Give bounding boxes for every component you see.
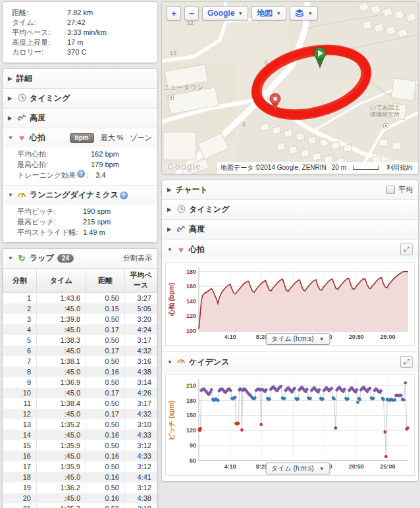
google-maps-button[interactable]: Google▼ xyxy=(202,6,248,20)
section-timing[interactable]: ▶ タイミング xyxy=(3,88,157,108)
lap-cell: 0.17 xyxy=(86,324,125,335)
section-cadence[interactable]: ▼ ケイデンス ⤢ xyxy=(162,351,418,372)
lap-cell: 1:39.8 xyxy=(37,314,86,324)
info-icon[interactable]: ? xyxy=(120,191,128,199)
cadence-point xyxy=(321,397,325,401)
section-elevation[interactable]: ▶ 高度 xyxy=(3,108,157,128)
section-title: タイミング xyxy=(30,93,70,104)
layers-icon xyxy=(295,9,304,17)
column-header-distance[interactable]: 距離 xyxy=(86,268,125,293)
lap-row[interactable]: 31:39.80.503:20 xyxy=(3,314,157,324)
lap-row[interactable]: 10:45.00.174:26 xyxy=(3,388,157,398)
lap-row[interactable]: 4:45.00.174:24 xyxy=(3,324,157,335)
cadence-point xyxy=(400,394,403,397)
lap-row[interactable]: 8:45.00.164:38 xyxy=(3,367,157,377)
lap-row[interactable]: 16:45.00.164:33 xyxy=(3,451,157,461)
clock-icon xyxy=(176,205,186,215)
google-button-label: Google xyxy=(207,9,234,18)
section-running-dynamics[interactable]: ▼ ランニングダイナミクス ? xyxy=(3,185,157,205)
map-canvas[interactable]: 12 13 6 5 ニュータウン いであ国土 環境研究所 xyxy=(162,2,418,174)
section-laps[interactable]: ▼ ↻ ラップ 24 分割表示 xyxy=(3,249,157,268)
lap-cell: :45.0 xyxy=(37,367,86,377)
lap-cell: 0.50 xyxy=(86,398,125,409)
x-axis-dropdown[interactable]: タイム (h:m:s) ▼ xyxy=(265,463,330,474)
lap-row[interactable]: 18:45.00.164:41 xyxy=(3,472,157,482)
field-label: トレーニング効果 xyxy=(17,170,76,180)
lap-cell: 3:10 xyxy=(125,503,157,508)
cadence-point xyxy=(384,455,388,459)
avg-cadence-row: 平均ピッチ:190 spm xyxy=(17,206,152,216)
column-header-pace[interactable]: 平均ペース xyxy=(125,268,157,293)
expand-icon[interactable]: ⤢ xyxy=(400,243,413,255)
lap-row[interactable]: 11:43.60.503:27 xyxy=(3,293,157,304)
lap-row[interactable]: 2:45.00.155:05 xyxy=(3,303,157,314)
lap-cell: 13 xyxy=(3,419,37,430)
cadence-point xyxy=(379,390,382,393)
section-title: ケイデンス xyxy=(189,357,229,368)
split-view-link[interactable]: 分割表示 xyxy=(123,253,152,263)
section-chart[interactable]: ▶ チャート 平均 xyxy=(162,180,418,199)
map-type-button[interactable]: 地図▼ xyxy=(251,6,286,20)
section-details[interactable]: ▶ 詳細 xyxy=(3,69,157,88)
summary-label: カロリー: xyxy=(12,47,67,57)
x-axis-label: タイム (h:m:s) xyxy=(271,334,314,343)
lap-cell: 3:12 xyxy=(125,461,157,472)
section-heart-rate[interactable]: ▼ ♥ 心拍 bpm 最大 % ゾーン xyxy=(3,128,157,147)
attribution-text: 地図データ ©2014 Google, ZENRIN xyxy=(221,163,327,172)
svg-text:150: 150 xyxy=(186,412,196,419)
lap-count-badge: 24 xyxy=(57,254,74,263)
lap-row[interactable]: 51:38.30.503:17 xyxy=(3,335,157,345)
column-header-time[interactable]: タイム xyxy=(37,268,86,293)
zoom-out-button[interactable]: − xyxy=(184,6,199,20)
zoom-in-button[interactable]: + xyxy=(167,6,181,20)
lap-cell: 1:35.2 xyxy=(37,419,86,430)
section-elevation-right[interactable]: ▶ 高度 xyxy=(162,219,418,239)
lap-cell: 0.50 xyxy=(86,440,125,451)
lap-row[interactable]: 211:35.20.503:10 xyxy=(3,503,157,508)
gauge-icon xyxy=(176,357,186,367)
lap-row[interactable]: 12:45.00.174:32 xyxy=(3,409,157,419)
bpm-button[interactable]: bpm xyxy=(70,133,94,143)
x-axis-dropdown[interactable]: タイム (h:m:s) ▼ xyxy=(265,333,330,345)
section-heart-rate-chart[interactable]: ▼ ♥ 心拍 ⤢ xyxy=(162,239,418,259)
layers-button[interactable]: ▼ xyxy=(290,6,318,20)
lap-row[interactable]: 151:35.90.503:12 xyxy=(3,440,157,451)
summary-value: 370 C xyxy=(67,47,86,57)
lap-row[interactable]: 6:45.00.174:32 xyxy=(3,345,157,356)
lap-cell: 0.16 xyxy=(86,367,125,377)
field-value: 162 bpm xyxy=(91,149,119,159)
expand-icon[interactable]: ⤢ xyxy=(400,356,413,368)
summary-distance: 距離:7.82 km xyxy=(12,8,151,18)
summary-value: 7.82 km xyxy=(67,8,93,18)
lap-row[interactable]: 20:45.00.164:38 xyxy=(3,493,157,503)
lap-cell: 0.16 xyxy=(86,430,125,440)
svg-text:20:50: 20:50 xyxy=(349,463,364,470)
terms-link[interactable]: 利用規約 xyxy=(384,163,415,172)
average-checkbox[interactable] xyxy=(386,186,395,194)
lap-cell: 16 xyxy=(3,451,37,461)
lap-row[interactable]: 91:36.90.503:14 xyxy=(3,377,157,388)
cadence-point xyxy=(279,385,282,388)
lap-row[interactable]: 71:38.10.503:16 xyxy=(3,356,157,367)
laps-table: 分割 タイム 距離 平均ペース 11:43.60.503:272:45.00.1… xyxy=(3,268,157,508)
lap-row[interactable]: 14:45.00.164:33 xyxy=(3,430,157,440)
svg-text:90: 90 xyxy=(190,442,196,449)
section-timing-right[interactable]: ▶ タイミング xyxy=(162,199,418,219)
summary-panel: 距離:7.82 km タイム:27:42 平均ペース:3:33 min/km 高… xyxy=(2,1,158,63)
lap-row[interactable]: 171:35.90.503:12 xyxy=(3,461,157,472)
lap-row[interactable]: 131:35.20.503:10 xyxy=(3,419,157,430)
svg-text:180: 180 xyxy=(186,397,196,404)
info-icon[interactable]: ? xyxy=(77,170,85,178)
lap-cell: :45.0 xyxy=(37,472,86,482)
zone-button[interactable]: ゾーン xyxy=(130,133,152,143)
lap-row[interactable]: 191:36.20.503:12 xyxy=(3,482,157,493)
lap-row[interactable]: 111:38.40.503:17 xyxy=(3,398,157,409)
column-header-split[interactable]: 分割 xyxy=(3,268,37,293)
cadence-point xyxy=(318,388,321,392)
max-percent-button[interactable]: 最大 % xyxy=(101,133,124,143)
cadence-point xyxy=(355,388,359,392)
lap-cell: 4:38 xyxy=(125,493,157,503)
lap-cell: 0.50 xyxy=(86,314,125,324)
lap-cell: 18 xyxy=(3,472,37,482)
heart-rate-unit-toggle: bpm 最大 % ゾーン xyxy=(70,133,152,143)
